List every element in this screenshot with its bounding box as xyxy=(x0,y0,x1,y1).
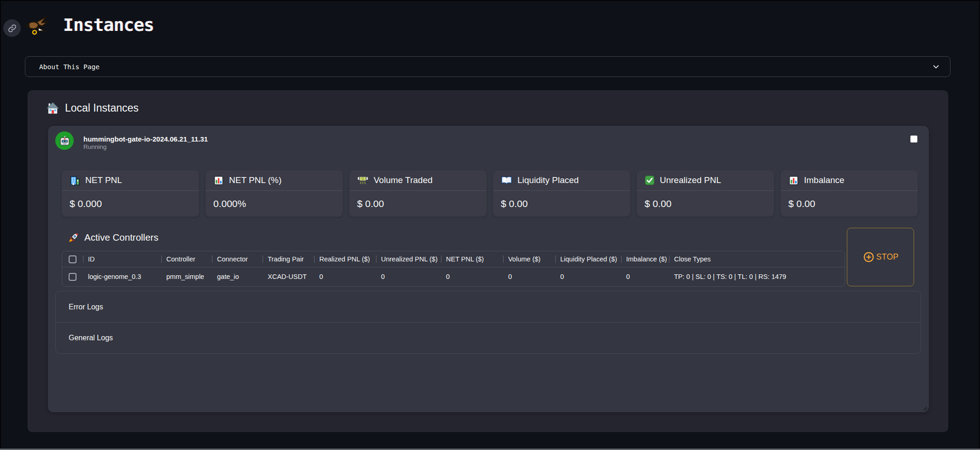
robot-icon xyxy=(59,136,70,146)
stat-card-liquidity-placed: Liquidity Placed $ 0.00 xyxy=(493,170,630,217)
stat-label: NET PNL xyxy=(85,175,122,185)
stat-label: Liquidity Placed xyxy=(517,175,579,185)
column-header-trading-pair: Trading Pair xyxy=(263,255,314,263)
eagle-logo-icon xyxy=(25,14,49,36)
column-header-close-types: Close Types xyxy=(669,255,809,263)
stop-instance-square-button[interactable] xyxy=(910,136,917,142)
section-title: Local Instances xyxy=(65,102,139,114)
select-all-checkbox[interactable] xyxy=(69,255,76,263)
plus-circle-icon xyxy=(863,251,875,263)
instance-status: Running xyxy=(83,143,106,150)
bot-avatar xyxy=(55,131,74,150)
about-expander-label: About This Page xyxy=(39,63,100,71)
instance-name: hummingbot-gate-io-2024.06.21_11.31 xyxy=(83,135,208,143)
row-select-cell xyxy=(62,273,83,281)
bar-chart-icon xyxy=(213,175,224,186)
stat-value: 0.000% xyxy=(205,191,343,216)
stat-value: $ 0.00 xyxy=(349,191,487,216)
active-controllers-title: Active Controllers xyxy=(84,232,158,243)
stat-label: Volume Traded xyxy=(374,175,433,185)
stat-value: $ 0.00 xyxy=(780,191,918,216)
open-book-icon xyxy=(501,176,512,185)
stats-row: NET PNL $ 0.000 xyxy=(62,170,918,217)
general-logs-expander[interactable]: General Logs xyxy=(56,322,921,353)
money-with-wings-icon xyxy=(357,175,369,185)
about-this-page-expander[interactable]: About This Page xyxy=(25,56,951,77)
general-logs-label: General Logs xyxy=(69,334,113,342)
select-all-cell xyxy=(62,255,83,263)
error-logs-label: Error Logs xyxy=(69,303,103,311)
cell-volume: 0 xyxy=(503,273,555,280)
local-instances-section: Local Instances hummingbot-gate- xyxy=(28,90,948,432)
stat-card-unrealized-pnl: Unrealized PNL $ 0.00 xyxy=(637,170,774,217)
stat-card-volume-traded: Volume Traded $ 0.00 xyxy=(349,170,487,217)
stop-button-label: STOP xyxy=(876,252,899,262)
stat-card-net-pnl-pct: NET PNL (%) 0.000% xyxy=(205,170,343,217)
house-icon xyxy=(47,102,59,114)
active-controllers-table: ID Controller Connector Trading Pair Rea… xyxy=(62,251,845,287)
cell-realized-pnl: 0 xyxy=(314,273,376,280)
page-title: Instances xyxy=(63,15,154,35)
cell-imbalance: 0 xyxy=(621,273,669,280)
column-header-unrealized-pnl: Unrealized PNL ($) xyxy=(376,255,441,263)
cell-net-pnl: 0 xyxy=(441,273,503,280)
column-header-volume: Volume ($) xyxy=(503,255,555,263)
bar-chart-icon xyxy=(788,175,799,186)
row-checkbox[interactable] xyxy=(69,273,76,281)
stat-label: Imbalance xyxy=(804,175,845,185)
rocket-icon xyxy=(68,232,79,243)
error-logs-expander[interactable]: Error Logs xyxy=(56,291,921,322)
local-instances-header: Local Instances xyxy=(47,102,139,114)
instances-page: Instances About This Page Local Instance… xyxy=(0,0,980,450)
logs-container: Error Logs General Logs xyxy=(55,291,921,354)
stat-label: NET PNL (%) xyxy=(229,175,282,185)
active-controllers-header: Active Controllers xyxy=(68,232,158,243)
cell-close-types: TP: 0 | SL: 0 | TS: 0 | TL: 0 | RS: 1479 xyxy=(669,273,809,280)
cell-trading-pair: XCAD-USDT xyxy=(263,273,314,280)
column-header-id: ID xyxy=(83,255,161,263)
cell-connector: gate_io xyxy=(212,273,263,280)
stat-value: $ 0.000 xyxy=(62,191,199,216)
cell-unrealized-pnl: 0 xyxy=(376,273,441,280)
cell-liquidity-placed: 0 xyxy=(555,273,621,280)
column-header-net-pnl: NET PNL ($) xyxy=(441,255,503,263)
stat-value: $ 0.00 xyxy=(637,191,774,216)
link-icon xyxy=(8,24,17,33)
stat-card-net-pnl: NET PNL $ 0.000 xyxy=(62,170,199,217)
column-header-liquidity-placed: Liquidity Placed ($) xyxy=(555,255,621,263)
check-mark-icon xyxy=(645,175,655,185)
cell-controller: pmm_simple xyxy=(161,273,212,280)
column-header-connector: Connector xyxy=(212,255,263,263)
bank-building-icon xyxy=(70,175,80,186)
page-link-button[interactable] xyxy=(3,19,21,37)
page-header: Instances xyxy=(25,14,154,36)
stat-card-imbalance: Imbalance $ 0.00 xyxy=(780,170,918,217)
column-header-imbalance: Imbalance ($) xyxy=(621,255,669,263)
cell-id: logic-genome_0.3 xyxy=(83,273,161,280)
resize-handle[interactable] xyxy=(922,406,927,411)
table-row: logic-genome_0.3 pmm_simple gate_io XCAD… xyxy=(62,267,845,286)
stop-controllers-button[interactable]: STOP xyxy=(847,228,914,286)
column-header-realized-pnl: Realized PNL ($) xyxy=(314,255,376,263)
table-header-row: ID Controller Connector Trading Pair Rea… xyxy=(62,251,845,267)
column-header-controller: Controller xyxy=(161,255,212,263)
stat-label: Unrealized PNL xyxy=(660,175,721,185)
instance-card: hummingbot-gate-io-2024.06.21_11.31 Runn… xyxy=(48,126,929,412)
stat-value: $ 0.00 xyxy=(493,191,630,216)
chevron-down-icon xyxy=(932,63,940,71)
